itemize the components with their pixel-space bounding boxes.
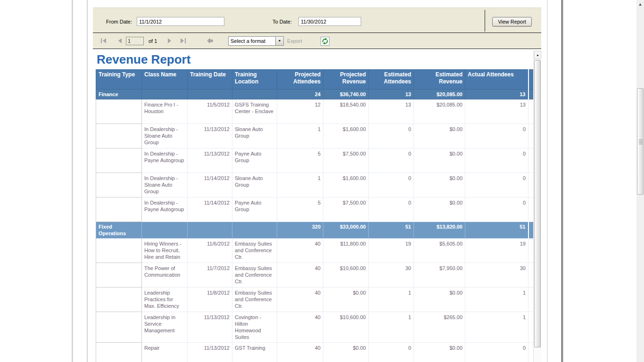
class-name-cell: Repair <box>142 343 188 362</box>
actual-attendees-cell: 1 <box>465 312 528 343</box>
projected-attendees-cell: 5 <box>277 148 323 173</box>
projected-attendees-cell: 12 <box>277 99 323 124</box>
class-name-cell: Finance Pro I - Houston <box>142 99 188 124</box>
export-link[interactable]: Export <box>287 38 302 44</box>
spacer-cell <box>528 263 534 288</box>
report-viewer-page: ▲ From Date: To Date: View Report of 1 <box>0 0 644 362</box>
frame-border-left-outer <box>72 0 73 362</box>
column-header: Estimated Attendees <box>369 70 414 90</box>
estimated-attendees-cell: 0 <box>369 148 414 173</box>
class-name-cell: In Dealership - Payne Autogroup <box>142 148 188 173</box>
training-type-cell <box>96 263 142 288</box>
column-header: Training Date <box>188 70 232 90</box>
page-count-label: of 1 <box>149 38 157 44</box>
to-date-input[interactable] <box>298 17 361 26</box>
estimated-attendees-cell: 1 <box>369 288 414 312</box>
class-name-cell: In Dealership - Sloane Auto Group <box>142 173 188 197</box>
report-scroll-up-icon[interactable]: ▲ <box>534 51 541 59</box>
scrollbar-grip <box>639 140 643 144</box>
projected-revenue-cell: $7,500.00 <box>323 197 369 222</box>
group-name: Finance <box>96 90 142 99</box>
projected-revenue-cell: $0.00 <box>323 343 369 362</box>
table-row: In Dealership - Payne Autogroup11/14/201… <box>96 197 534 222</box>
current-page-input[interactable] <box>126 37 144 45</box>
column-header: Projected Attendees <box>277 70 323 90</box>
cell <box>188 222 232 239</box>
previous-page-icon[interactable] <box>116 37 124 45</box>
parameter-panel: From Date: To Date: View Report <box>93 8 541 33</box>
training-type-cell <box>96 173 142 197</box>
projected-revenue-cell: $1,600.00 <box>323 124 369 148</box>
report-title: Revenue Report <box>93 49 541 69</box>
estimated-revenue-cell: $20,085.00 <box>414 99 465 124</box>
browser-scrollbar[interactable]: ▲ <box>636 0 644 362</box>
spacer-cell <box>528 124 534 148</box>
projected-attendees-cell: 40 <box>277 239 323 263</box>
training-date-cell: 11/5/2012 <box>188 99 232 124</box>
group-projected-revenue: $36,740.00 <box>323 90 369 99</box>
projected-attendees-cell: 40 <box>277 288 323 312</box>
actual-attendees-cell: 1 <box>465 288 528 312</box>
table-row: In Dealership - Payne Autogroup11/13/201… <box>96 148 534 173</box>
class-name-cell: Leadership Practices for Max. Efficiency <box>142 288 188 312</box>
training-location-cell: Sloane Auto Group <box>232 124 277 148</box>
estimated-revenue-cell: $0.00 <box>414 343 465 362</box>
projected-revenue-cell: $7,500.00 <box>323 148 369 173</box>
parent-report-icon[interactable] <box>206 37 215 45</box>
column-header-spacer <box>528 70 534 90</box>
actual-attendees-cell: 19 <box>465 239 528 263</box>
spacer-cell <box>528 239 534 263</box>
spacer-cell <box>528 99 534 124</box>
view-report-button[interactable]: View Report <box>492 17 532 26</box>
class-name-cell: In Dealership - Payne Autogroup <box>142 197 188 222</box>
to-date-label: To Date: <box>272 19 292 25</box>
training-type-cell <box>96 239 142 263</box>
projected-revenue-cell: $10,600.00 <box>323 263 369 288</box>
projected-attendees-cell: 1 <box>277 124 323 148</box>
estimated-attendees-cell: 0 <box>369 343 414 362</box>
first-page-icon[interactable] <box>99 37 108 45</box>
export-format-select[interactable]: Select a format ▼ <box>228 36 284 46</box>
table-row: Repair11/13/2012GST Training40$0.000$0.0… <box>96 343 534 362</box>
table-row: Finance Pro I - Houston11/5/2012GSFS Tra… <box>96 99 534 124</box>
table-row: Hiring Winners - How to Recruit, Hire an… <box>96 239 534 263</box>
projected-revenue-cell: $0.00 <box>323 288 369 312</box>
training-date-cell: 11/8/2012 <box>188 288 232 312</box>
estimated-attendees-cell: 19 <box>369 239 414 263</box>
projected-revenue-cell: $10,600.00 <box>323 312 369 343</box>
training-type-cell <box>96 312 142 343</box>
report-scrollbar-thumb[interactable] <box>534 60 541 347</box>
estimated-attendees-cell: 1 <box>369 312 414 343</box>
actual-attendees-cell: 30 <box>465 263 528 288</box>
table-row: Leadership Practices for Max. Efficiency… <box>96 288 534 312</box>
format-select-value: Select a format <box>231 38 265 44</box>
dropdown-arrow-icon[interactable]: ▼ <box>275 37 283 45</box>
training-type-cell <box>96 148 142 173</box>
actual-attendees-cell: 13 <box>465 99 528 124</box>
estimated-attendees-cell: 0 <box>369 124 414 148</box>
next-page-icon[interactable] <box>165 37 174 45</box>
frame-border-left-inner <box>87 0 88 362</box>
class-name-cell: Leadership in Service Management <box>142 312 188 343</box>
estimated-attendees-cell: 0 <box>369 197 414 222</box>
group-projected-attendees: 320 <box>277 222 323 239</box>
training-location-cell: Payne Auto Group <box>232 148 277 173</box>
actual-attendees-cell: 0 <box>465 343 528 362</box>
class-name-cell: The Power of Communication <box>142 263 188 288</box>
browser-scrollbar-thumb[interactable] <box>637 88 644 195</box>
last-page-icon[interactable] <box>179 37 187 45</box>
estimated-revenue-cell: $0.00 <box>414 173 465 197</box>
cell <box>188 90 232 99</box>
report-body: Revenue Report Training TypeClass NameTr… <box>93 49 541 362</box>
cell <box>232 222 277 239</box>
spacer-cell <box>528 288 534 312</box>
refresh-button[interactable] <box>321 37 330 46</box>
projected-revenue-cell: $11,800.00 <box>323 239 369 263</box>
report-scrollbar[interactable]: ▲ <box>533 50 541 362</box>
group-row: Fixed Operations320$33,000.0051$13,820.0… <box>96 222 534 239</box>
spacer-cell <box>528 222 534 239</box>
estimated-revenue-cell: $0.00 <box>414 148 465 173</box>
estimated-revenue-cell: $0.00 <box>414 288 465 312</box>
from-date-input[interactable] <box>137 17 224 26</box>
scroll-up-icon[interactable]: ▲ <box>636 1 644 8</box>
